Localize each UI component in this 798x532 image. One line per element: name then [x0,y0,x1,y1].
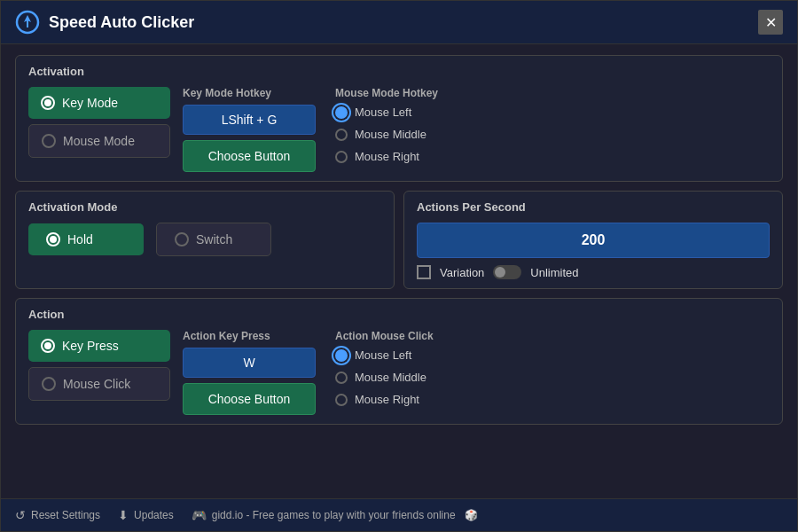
aps-display: 200 [417,223,770,258]
bottom-bar: ↺ Reset Settings ⬇ Updates 🎮 gidd.io - F… [1,498,797,531]
mouse-left-label: Mouse Left [355,106,411,119]
mouse-hotkey-label: Mouse Mode Hotkey [335,87,438,99]
mouse-right-label: Mouse Right [355,150,419,163]
close-button[interactable]: ✕ [758,10,783,35]
aps-section: Actions Per Second 200 Variation Unlimit… [403,191,783,289]
action-section: Action Key Press Mouse Click [15,298,783,425]
updates-icon: ⬇ [118,508,129,522]
reset-settings-item[interactable]: ↺ Reset Settings [15,508,100,522]
app-icon [15,10,40,35]
key-mode-button[interactable]: Key Mode [28,87,170,119]
activation-section: Activation Key Mode Mouse Mode [15,55,783,182]
row-2: Activation Mode Hold Switch Actions Per … [15,191,783,289]
action-key-label: Action Key Press [183,330,316,342]
activation-row: Key Mode Mouse Mode Key Mode Hotkey LShi… [28,87,770,172]
app-title: Speed Auto Clicker [49,13,194,32]
mouse-mode-label: Mouse Mode [63,134,135,148]
key-hotkey-label: Key Mode Hotkey [183,87,316,99]
action-radio-group: Key Press Mouse Click [28,330,170,401]
reset-icon: ↺ [15,508,26,522]
hold-button[interactable]: Hold [28,223,144,255]
key-hotkey-display: LShift + G [183,105,316,135]
switch-radio [175,232,189,246]
activation-radio-group: Key Mode Mouse Mode [28,87,170,158]
gidd-icon: 🎮 [192,508,207,522]
action-mouse-left-option[interactable]: Mouse Left [335,346,434,364]
gidd-label: gidd.io - Free games to play with your f… [212,509,456,521]
switch-button[interactable]: Switch [156,223,271,256]
updates-item[interactable]: ⬇ Updates [118,508,174,522]
hold-label: Hold [67,232,93,246]
action-mouse-middle-option[interactable]: Mouse Middle [335,368,434,387]
action-key-col: Action Key Press W Choose Button [183,330,316,415]
mouse-mode-button[interactable]: Mouse Mode [28,124,170,158]
key-press-radio [41,339,55,353]
reset-label: Reset Settings [31,509,100,521]
choose-button-key[interactable]: Choose Button [183,140,316,172]
key-mode-radio [41,96,55,110]
mouse-middle-label: Mouse Middle [355,128,426,141]
aps-options: Variation Unlimited [417,265,770,279]
main-content: Activation Key Mode Mouse Mode [1,44,797,498]
variation-checkbox[interactable] [417,265,431,279]
unlimited-toggle[interactable] [493,265,521,279]
activation-mode-section: Activation Mode Hold Switch [15,191,395,289]
switch-label: Switch [196,232,232,246]
hold-radio [46,232,60,246]
row-1: Activation Key Mode Mouse Mode [15,55,783,182]
title-bar-left: Speed Auto Clicker [15,10,194,35]
action-mouse-right-radio [335,394,348,406]
mouse-mode-radio [42,134,56,148]
activation-title: Activation [28,65,770,78]
mouse-hotkey-col: Mouse Mode Hotkey Mouse Left Mouse Middl… [335,87,438,166]
mouse-right-option[interactable]: Mouse Right [335,147,438,166]
gidd-item[interactable]: 🎮 gidd.io - Free games to play with your… [192,508,478,522]
choose-button-action[interactable]: Choose Button [183,383,316,415]
dice-icon: 🎲 [465,509,478,521]
activation-mode-row: Hold Switch [28,223,381,256]
action-mouse-right-option[interactable]: Mouse Right [335,390,434,409]
aps-title: Actions Per Second [417,200,770,214]
action-title: Action [28,308,770,321]
mouse-left-option[interactable]: Mouse Left [335,103,438,121]
action-mouse-label: Action Mouse Click [335,330,434,342]
action-key-display: W [183,348,316,378]
mouse-middle-radio [335,129,348,141]
key-press-label: Key Press [62,339,119,353]
mouse-click-radio [42,377,56,391]
mouse-right-radio [335,151,348,163]
unlimited-toggle-thumb [495,267,505,278]
action-mouse-left-label: Mouse Left [355,348,411,362]
action-mouse-left-radio [335,349,348,362]
activation-mode-title: Activation Mode [28,200,381,214]
mouse-click-button[interactable]: Mouse Click [28,367,170,401]
variation-label: Variation [440,266,484,279]
mouse-click-label: Mouse Click [63,377,130,391]
mouse-left-radio [335,106,348,119]
key-mode-label: Key Mode [62,96,118,110]
row-3: Action Key Press Mouse Click [15,298,783,425]
key-hotkey-col: Key Mode Hotkey LShift + G Choose Button [183,87,316,172]
action-mouse-middle-radio [335,372,348,384]
unlimited-label: Unlimited [530,266,578,279]
main-window: Speed Auto Clicker ✕ Activation Key Mode [0,0,798,532]
action-mouse-col: Action Mouse Click Mouse Left Mouse Midd… [335,330,434,409]
action-row: Key Press Mouse Click Action Key Press W… [28,330,770,415]
updates-label: Updates [134,509,174,521]
key-press-button[interactable]: Key Press [28,330,170,362]
title-bar: Speed Auto Clicker ✕ [1,1,797,44]
action-mouse-right-label: Mouse Right [355,393,419,406]
action-mouse-middle-label: Mouse Middle [355,371,426,384]
mouse-middle-option[interactable]: Mouse Middle [335,125,438,144]
